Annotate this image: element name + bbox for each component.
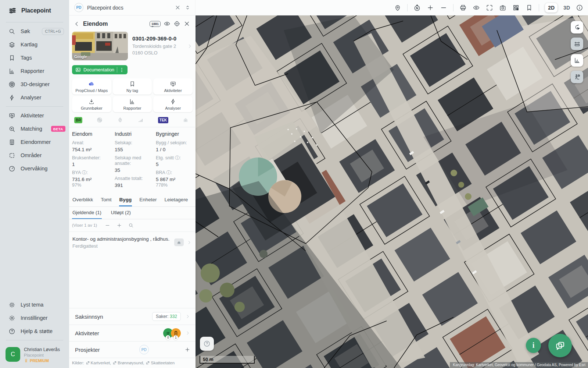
sidebar-item-sok[interactable]: Søk CTRL+G: [0, 25, 69, 38]
panel-eye-button[interactable]: [164, 20, 171, 27]
plus-icon: [116, 223, 122, 228]
qr-button[interactable]: [512, 4, 520, 11]
documentation-button[interactable]: Documentation ⋮: [72, 65, 128, 74]
tab-bygg[interactable]: Bygg: [119, 195, 132, 206]
source-kartverket[interactable]: Kartverket: [86, 361, 111, 365]
filter-search-button[interactable]: [128, 223, 134, 228]
building-item-chevron[interactable]: [187, 240, 192, 245]
sidebar-item-hjelp[interactable]: Hjelp & støtte: [0, 325, 69, 338]
info-button[interactable]: [576, 4, 583, 11]
bookmark-button[interactable]: [526, 4, 533, 11]
chat-bubbles-icon: [555, 340, 566, 351]
prosjekter-section[interactable]: Prosjekter PD: [69, 341, 196, 358]
action-aktiviteter[interactable]: Aktiviteter: [153, 78, 193, 95]
tab-tomt[interactable]: Tomt: [100, 195, 112, 206]
action-analyser[interactable]: Analyser: [153, 96, 193, 112]
property-details-chevron[interactable]: [187, 43, 193, 49]
documentation-menu-button[interactable]: ⋮: [117, 67, 126, 72]
aktiviteter-section[interactable]: Aktiviteter 0 1: [69, 325, 196, 341]
leaf-logo-icon[interactable]: [117, 117, 123, 123]
list-counter: (Viser 1 av 1): [72, 223, 97, 227]
map-help-button[interactable]: [200, 337, 214, 351]
search-control[interactable]: PD Placepoint docs: [69, 0, 196, 15]
sidebar-item-innstillinger[interactable]: Innstillinger: [0, 311, 69, 325]
tab-enheter[interactable]: Enheter: [139, 195, 157, 206]
map-info-button[interactable]: i: [526, 338, 541, 353]
map-tool-column: [571, 21, 583, 83]
user-profile[interactable]: C Christian Løverås Placepoint PREMIUM: [0, 343, 69, 368]
compass-button[interactable]: [413, 4, 421, 11]
sidebar-item-kartlag[interactable]: Kartlag: [0, 38, 69, 51]
sidebar-item-aktiviteter[interactable]: Aktiviteter: [0, 109, 69, 122]
external-link-icon: [113, 361, 116, 365]
source-skatteetaten[interactable]: Skatteetaten: [146, 361, 175, 365]
travel-time-tool-button[interactable]: [571, 71, 583, 83]
sidebar-item-tags[interactable]: Tags: [0, 51, 69, 64]
chevron-left-icon: [74, 21, 80, 27]
tek-registry-badge[interactable]: TEK: [158, 117, 168, 123]
sidebar-item-lyst-tema[interactable]: Lyst tema: [0, 298, 69, 311]
chat-button[interactable]: [548, 334, 572, 357]
subtab-utlopt[interactable]: Utløpt (2): [111, 207, 131, 219]
screenshot-button[interactable]: [499, 4, 506, 11]
sidebar-item-omrader[interactable]: Områder: [0, 149, 69, 162]
sidebar-item-label: Lyst tema: [21, 302, 43, 308]
source-bronnoysund[interactable]: Brønnøysund: [113, 361, 144, 365]
brreg-logo-icon[interactable]: [96, 117, 103, 123]
brand-logo-row[interactable]: Placepoint: [0, 0, 69, 20]
building-list-item[interactable]: Kontor- og administrasjonsbygning , rådh…: [69, 232, 196, 253]
panel-header: Eiendom 1881: [69, 15, 196, 31]
sidebar-item-overvaking[interactable]: Overvåking: [0, 162, 69, 175]
sources-row: Kilder: Kartverket Brønnøysund Skatteeta…: [69, 358, 196, 368]
action-rapporter[interactable]: Rapporter: [113, 96, 152, 112]
1881-badge-button[interactable]: 1881: [150, 21, 161, 27]
registry-badges: BR TEK: [69, 112, 196, 127]
add-project-button[interactable]: [184, 347, 190, 353]
activity-counters: 0 1: [163, 328, 181, 338]
action-ny-tag[interactable]: Ny tag: [113, 78, 152, 95]
expand-button[interactable]: [116, 223, 122, 228]
clear-search-button[interactable]: [175, 4, 181, 11]
map-canvas[interactable]: 50 m i Kartgrunnlag: Kartverket, Geoveks…: [196, 15, 588, 368]
action-propcloud[interactable]: PropCloud / Maps: [72, 78, 111, 95]
tab-leietagere[interactable]: Leietagere: [164, 195, 189, 206]
view-2d-button[interactable]: 2D: [545, 3, 557, 13]
search-cycle-button[interactable]: [184, 4, 191, 11]
house-logo-icon[interactable]: [182, 117, 189, 123]
brand-name: Placepoint: [21, 7, 51, 14]
sidebar-item-matching[interactable]: Matching BETA: [0, 122, 69, 135]
documentation-label: Documentation: [83, 67, 114, 72]
panel-title: Eiendom: [83, 21, 108, 27]
close-panel-button[interactable]: [183, 20, 190, 27]
sidebar-item-eiendommer[interactable]: Eiendommer: [0, 135, 69, 149]
tab-overblikk[interactable]: Overblikk: [72, 195, 93, 206]
statistics-tool-button[interactable]: [571, 54, 583, 67]
zoom-out-button[interactable]: [440, 4, 447, 11]
sidebar-item-3d-designer[interactable]: 3D-designer: [0, 78, 69, 91]
select-tool-button[interactable]: [571, 21, 583, 33]
locate-on-map-button[interactable]: [173, 20, 180, 27]
sidebar-item-label: Aktiviteter: [21, 113, 44, 118]
topbar: PD Placepoint docs 2D 3D: [69, 0, 588, 15]
sidebar-item-analyser[interactable]: Analyser: [0, 91, 69, 104]
back-button[interactable]: [74, 21, 80, 27]
bygg-subtabs: Gjeldende (1) Utløpt (2): [69, 207, 196, 219]
list-toolbar: (Viser 1 av 1): [69, 219, 196, 232]
blocks-logo-icon[interactable]: [137, 117, 144, 123]
subtab-gjeldende[interactable]: Gjeldende (1): [72, 207, 102, 219]
collapse-button[interactable]: [105, 223, 110, 228]
zoom-in-button[interactable]: [427, 4, 434, 11]
print-button[interactable]: [459, 4, 467, 11]
br-registry-badge[interactable]: BR: [74, 117, 82, 123]
view-3d-button[interactable]: 3D: [563, 5, 570, 11]
fullscreen-button[interactable]: [486, 4, 493, 11]
visibility-button[interactable]: [473, 4, 480, 11]
saksinnsyn-section[interactable]: Saksinnsyn Saker: 332: [69, 308, 196, 325]
sidebar-item-rapporter[interactable]: Rapporter: [0, 64, 69, 78]
measure-tool-button[interactable]: [571, 38, 583, 50]
pin-tool-button[interactable]: [394, 4, 401, 11]
dashed-area-icon: [8, 152, 15, 159]
premium-badge: PREMIUM: [24, 358, 60, 363]
action-grunnboker[interactable]: Grunnbøker: [72, 96, 111, 112]
streetview-photo[interactable]: Google: [72, 32, 128, 60]
